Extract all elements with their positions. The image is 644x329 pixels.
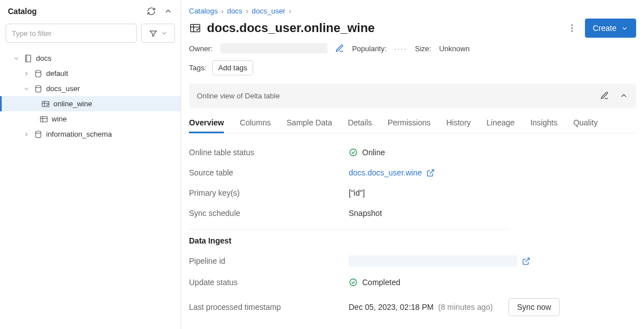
tab-lineage[interactable]: Lineage [487, 114, 515, 133]
sidebar-header: Catalog [0, 3, 181, 19]
svg-point-17 [350, 149, 357, 156]
overview-content: Online table status Online Source table … [189, 142, 636, 329]
last-processed-timestamp: Dec 05, 2023, 02:18 PM [349, 303, 434, 312]
schema-icon [34, 84, 43, 93]
tab-insights[interactable]: Insights [530, 114, 557, 133]
tags-label: Tags: [189, 64, 206, 72]
kv-label: Primary key(s) [189, 188, 349, 197]
breadcrumb-catalogs[interactable]: Catalogs [189, 7, 218, 15]
chevron-down-icon[interactable] [12, 55, 20, 62]
svg-point-20 [350, 279, 357, 286]
breadcrumb-docs-user[interactable]: docs_user [251, 7, 285, 15]
filter-input[interactable] [6, 24, 137, 43]
table-icon [39, 115, 48, 124]
refresh-icon[interactable] [147, 7, 156, 16]
kv-label: Sync schedule [189, 209, 349, 218]
kv-label: Source table [189, 168, 349, 177]
tree-node-label: docs [36, 54, 51, 62]
chevron-right-icon: › [221, 7, 223, 15]
kv-value: Completed [362, 278, 400, 287]
tree-node-label: information_schema [46, 130, 112, 138]
breadcrumb-docs[interactable]: docs [227, 7, 242, 15]
online-table-icon [41, 100, 50, 109]
tree-node-information-schema[interactable]: information_schema [0, 127, 181, 142]
popularity-value: ···· [394, 44, 407, 53]
tab-overview[interactable]: Overview [189, 114, 224, 133]
schema-icon [34, 69, 43, 78]
kv-label: Last processed timestamp [189, 303, 349, 312]
svg-point-15 [571, 28, 573, 29]
size-value: Unknown [439, 44, 470, 53]
chevron-down-icon[interactable] [22, 85, 30, 92]
svg-rect-0 [25, 55, 30, 62]
popularity-label: Popularity: [352, 44, 386, 53]
tree-node-label: wine [52, 115, 67, 123]
divider [189, 229, 510, 229]
kv-online-status: Online table status Online [189, 142, 636, 163]
kv-value: Online [362, 148, 385, 157]
pipeline-id-redacted [349, 255, 517, 267]
tags-row: Tags: Add tags [189, 60, 636, 75]
sync-now-button[interactable]: Sync now [508, 298, 560, 316]
description-text: Online view of Delta table [197, 92, 280, 100]
schema-icon [34, 130, 43, 139]
add-tags-button[interactable]: Add tags [212, 60, 253, 75]
check-circle-icon [349, 148, 358, 157]
create-button[interactable]: Create [585, 19, 636, 38]
chevron-up-icon[interactable] [619, 91, 628, 100]
kv-pipeline-id: Pipeline id [189, 250, 636, 272]
tree-node-label: docs_user [46, 84, 80, 93]
catalog-sidebar: Catalog docs [0, 0, 181, 329]
meta-row: Owner: Popularity: ···· Size: Unknown [189, 43, 636, 53]
kv-primary-keys: Primary key(s) ["id"] [189, 183, 636, 203]
tree-node-online-wine[interactable]: online_wine [0, 96, 181, 111]
kv-update-status: Update status Completed [189, 272, 636, 292]
data-ingest-heading: Data Ingest [189, 236, 636, 245]
description-box: Online view of Delta table [189, 83, 636, 108]
chevron-up-icon[interactable] [164, 7, 173, 16]
chevron-right-icon: › [246, 7, 248, 15]
svg-rect-11 [191, 25, 200, 32]
tabs: Overview Columns Sample Data Details Per… [189, 114, 636, 133]
svg-rect-4 [42, 101, 49, 106]
catalog-tree: docs default docs_user online_wine [0, 47, 181, 145]
kebab-menu-icon[interactable] [567, 23, 577, 33]
tab-details[interactable]: Details [348, 114, 372, 133]
kv-last-processed: Last processed timestamp Dec 05, 2023, 0… [189, 292, 636, 322]
source-table-link[interactable]: docs.docs_user.wine [349, 168, 422, 177]
chevron-right-icon[interactable] [22, 131, 30, 138]
tree-node-docs-user[interactable]: docs_user [0, 81, 181, 96]
catalog-icon [24, 54, 33, 63]
tree-node-label: online_wine [53, 100, 92, 108]
svg-point-16 [571, 30, 573, 31]
tab-quality[interactable]: Quality [573, 114, 598, 133]
title-row: docs.docs_user.online_wine Create [189, 19, 636, 38]
check-circle-icon [349, 278, 358, 287]
filter-row [0, 19, 181, 47]
tab-columns[interactable]: Columns [240, 114, 271, 133]
tab-history[interactable]: History [447, 114, 471, 133]
chevron-right-icon: › [289, 7, 291, 15]
svg-point-3 [35, 85, 40, 88]
owner-value-redacted [220, 43, 327, 53]
tab-sample-data[interactable]: Sample Data [287, 114, 332, 133]
tab-permissions[interactable]: Permissions [388, 114, 430, 133]
online-table-icon [189, 22, 201, 34]
kv-sync-schedule: Sync schedule Snapshot [189, 203, 636, 223]
tree-node-wine[interactable]: wine [0, 111, 181, 127]
owner-label: Owner: [189, 44, 213, 53]
tree-node-default[interactable]: default [0, 66, 181, 81]
main-panel: Catalogs › docs › docs_user › docs.docs_… [181, 0, 644, 329]
external-link-icon[interactable] [522, 257, 530, 265]
filter-dropdown[interactable] [141, 24, 175, 43]
chevron-right-icon[interactable] [22, 70, 30, 77]
svg-line-19 [525, 258, 529, 262]
tree-node-docs[interactable]: docs [0, 51, 181, 66]
kv-label: Online table status [189, 148, 349, 157]
kv-label: Pipeline id [189, 256, 349, 265]
edit-owner-icon[interactable] [335, 44, 344, 53]
external-link-icon[interactable] [426, 169, 435, 177]
last-processed-ago: (8 minutes ago) [438, 303, 493, 312]
edit-description-icon[interactable] [600, 91, 609, 100]
breadcrumb: Catalogs › docs › docs_user › [189, 7, 636, 15]
